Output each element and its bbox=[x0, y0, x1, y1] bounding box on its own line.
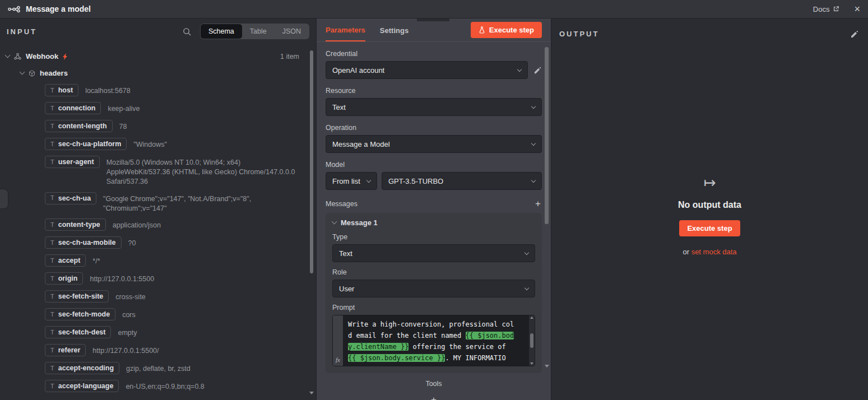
type-select[interactable]: Text bbox=[332, 244, 535, 262]
add-message-button[interactable]: + bbox=[534, 199, 542, 208]
schema-field-row[interactable]: T accept-encoding gzip, deflate, br, zst… bbox=[45, 359, 312, 377]
webhook-icon bbox=[14, 53, 21, 60]
tab-schema[interactable]: Schema bbox=[201, 24, 242, 39]
headers-fields: T host localhost:5678 T connection keep-… bbox=[0, 81, 316, 395]
message-1-card: Message 1 Type Text Role User Prompt fx bbox=[326, 213, 542, 373]
type-value: Text bbox=[339, 249, 352, 258]
field-value: application/json bbox=[113, 218, 161, 230]
execute-step-button[interactable]: Execute step bbox=[471, 22, 542, 38]
object-icon bbox=[29, 70, 35, 77]
message-1-header[interactable]: Message 1 bbox=[332, 218, 535, 227]
schema-field-row[interactable]: T content-type application/json bbox=[45, 216, 312, 234]
field-value: http://127.0.0.1:5500 bbox=[90, 272, 154, 284]
schema-field-row[interactable]: T sec-ch-ua "Google Chrome";v="147", "No… bbox=[45, 189, 312, 216]
schema-field-row[interactable]: T accept */* bbox=[45, 252, 312, 269]
schema-field-row[interactable]: T sec-fetch-site cross-site bbox=[45, 287, 312, 305]
expression-gutter: fx bbox=[333, 315, 343, 366]
credential-label: Credential bbox=[326, 50, 542, 58]
scroll-down-arrow-icon[interactable] bbox=[545, 365, 549, 368]
string-type-icon: T bbox=[50, 159, 54, 165]
schema-field-row[interactable]: T sec-ch-ua-mobile ?0 bbox=[45, 234, 312, 252]
schema-field-row[interactable]: T accept-language en-US,en;q=0.9,bn;q=0.… bbox=[45, 377, 312, 395]
field-key-pill: T sec-fetch-site bbox=[45, 290, 109, 303]
field-key: accept-encoding bbox=[58, 364, 114, 372]
prompt-label: Prompt bbox=[332, 304, 535, 311]
scroll-up-arrow-icon[interactable] bbox=[530, 317, 533, 319]
field-value: cross-site bbox=[115, 290, 145, 302]
field-value: cors bbox=[122, 308, 136, 320]
field-key: content-type bbox=[58, 221, 100, 229]
schema-field-row[interactable]: T sec-ch-ua-platform "Windows" bbox=[45, 135, 312, 153]
output-panel-title: OUTPUT bbox=[559, 30, 599, 38]
role-select[interactable]: User bbox=[332, 280, 535, 297]
tree-node-label: headers bbox=[40, 69, 68, 77]
operation-select[interactable]: Message a Model bbox=[326, 135, 542, 153]
input-view-tabs: Schema Table JSON bbox=[200, 24, 309, 39]
parameters-panel: Parameters Settings Execute step Credent… bbox=[317, 18, 551, 400]
messages-label: Messages bbox=[326, 200, 358, 208]
field-key-pill: T sec-fetch-dest bbox=[45, 326, 111, 338]
operation-value: Message a Model bbox=[332, 140, 390, 148]
prompt-editor[interactable]: fx Write a high-conversion, professional… bbox=[332, 315, 535, 366]
docs-label: Docs bbox=[813, 5, 830, 13]
model-mode-select[interactable]: From list bbox=[326, 172, 377, 190]
schema-field-row[interactable]: T referer http://127.0.0.1:5500/ bbox=[45, 341, 312, 359]
field-key-pill: T host bbox=[45, 84, 78, 96]
credential-value: OpenAI account bbox=[332, 66, 384, 75]
string-type-icon: T bbox=[50, 347, 54, 354]
field-key-pill: T origin bbox=[45, 272, 83, 285]
editor-scrollbar[interactable] bbox=[529, 315, 535, 366]
schema-field-row[interactable]: T user-agent Mozilla/5.0 (Windows NT 10.… bbox=[45, 153, 312, 189]
field-value: en-US,en;q=0.9,bn;q=0.8 bbox=[126, 380, 204, 392]
editor-scrollbar-thumb[interactable] bbox=[530, 333, 533, 348]
left-panel-collapse-handle[interactable] bbox=[0, 189, 8, 209]
scroll-down-arrow-icon[interactable] bbox=[309, 392, 314, 394]
chevron-down-icon bbox=[20, 69, 25, 75]
prompt-code[interactable]: Write a high-conversion, professional co… bbox=[343, 315, 529, 366]
schema-field-row[interactable]: T connection keep-alive bbox=[45, 99, 312, 117]
no-output-text: No output data bbox=[678, 200, 741, 210]
set-mock-data-link[interactable]: set mock data bbox=[691, 248, 737, 256]
schema-field-row[interactable]: T sec-fetch-mode cors bbox=[45, 305, 312, 323]
schema-field-row[interactable]: T content-length 78 bbox=[45, 117, 312, 135]
string-type-icon: T bbox=[50, 222, 54, 228]
field-key: host bbox=[58, 86, 73, 94]
search-icon[interactable] bbox=[183, 27, 191, 36]
tab-parameters[interactable]: Parameters bbox=[326, 18, 365, 41]
schema-field-row[interactable]: T host localhost:5678 bbox=[45, 81, 312, 99]
add-tool-button[interactable]: + bbox=[326, 394, 542, 400]
prompt-code-line: d email for the client named {{ $json.bo… bbox=[348, 330, 527, 341]
string-type-icon: T bbox=[50, 87, 54, 94]
resource-label: Resource bbox=[326, 87, 542, 95]
input-scrollbar-thumb[interactable] bbox=[310, 50, 313, 273]
close-icon[interactable]: × bbox=[854, 4, 860, 14]
credential-select[interactable]: OpenAI account bbox=[326, 61, 528, 79]
n8n-logo[interactable] bbox=[8, 5, 20, 13]
tree-node-headers[interactable]: headers bbox=[0, 64, 316, 81]
field-key-pill: T connection bbox=[45, 102, 101, 114]
execute-step-button-output[interactable]: Execute step bbox=[679, 220, 740, 236]
tree-node-webhook[interactable]: Webhook 1 item bbox=[0, 48, 316, 64]
resource-select[interactable]: Text bbox=[326, 98, 542, 116]
message-1-title: Message 1 bbox=[341, 218, 378, 227]
docs-link[interactable]: Docs bbox=[813, 5, 840, 13]
model-label: Model bbox=[326, 161, 542, 169]
schema-field-row[interactable]: T sec-fetch-dest empty bbox=[45, 323, 312, 341]
item-count: 1 item bbox=[280, 53, 299, 61]
tree-node-params[interactable]: params bbox=[0, 395, 316, 400]
edit-output-pencil-icon[interactable] bbox=[850, 30, 859, 39]
tree-node-label: Webhook bbox=[26, 52, 58, 61]
tab-json[interactable]: JSON bbox=[275, 24, 309, 39]
credential-edit-pencil-icon[interactable] bbox=[533, 66, 542, 75]
model-select[interactable]: GPT-3.5-TURBO bbox=[382, 172, 542, 190]
params-scrollbar-thumb[interactable] bbox=[545, 47, 549, 224]
string-type-icon: T bbox=[50, 294, 54, 300]
chevron-down-icon bbox=[366, 178, 371, 182]
string-type-icon: T bbox=[50, 240, 54, 246]
tab-table[interactable]: Table bbox=[242, 24, 275, 39]
flask-icon bbox=[479, 26, 485, 34]
schema-field-row[interactable]: T origin http://127.0.0.1:5500 bbox=[45, 269, 312, 287]
scroll-down-arrow-icon[interactable] bbox=[530, 362, 533, 365]
role-value: User bbox=[339, 285, 354, 293]
tab-settings[interactable]: Settings bbox=[380, 19, 409, 41]
